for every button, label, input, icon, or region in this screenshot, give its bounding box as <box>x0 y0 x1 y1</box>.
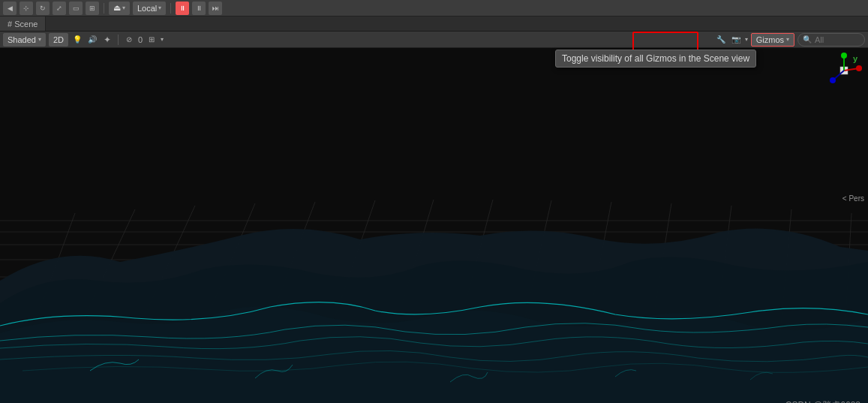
scene-tab-bar: # Scene <box>0 17 868 32</box>
watermark: CSDN @胖虎6688 <box>785 399 860 403</box>
grid-icon[interactable]: ⊞ <box>146 34 158 46</box>
toolbar-step-icon[interactable]: ⏭ <box>209 2 222 15</box>
effects-icon[interactable]: ✦ <box>101 34 113 46</box>
camera-icon[interactable]: 📷 <box>730 34 742 46</box>
toolbar-play-icon[interactable]: ⏸ <box>176 2 189 15</box>
scene-tab[interactable]: # Scene <box>0 17 46 31</box>
gizmos-label: Gizmos <box>756 35 784 44</box>
scene-toolbar-divider-1 <box>118 35 119 45</box>
scene-toolbar-right: 🔧 📷 ▾ Gizmos ▾ 🔍 <box>715 33 865 47</box>
search-input[interactable] <box>815 35 860 44</box>
hidden-icon[interactable]: ⊘ <box>123 34 135 46</box>
toolbar-local-btn[interactable]: Local ▾ <box>133 2 166 15</box>
toolbar-divider-2 <box>170 3 171 14</box>
toolbar-divider-1 <box>104 3 104 14</box>
toolbar-pivot-btn[interactable]: ⏏ ▾ <box>109 2 130 15</box>
2d-button[interactable]: 2D <box>49 33 68 47</box>
gizmo-cube-svg <box>825 52 863 89</box>
lighting-icon[interactable]: 💡 <box>71 34 83 46</box>
audio-icon[interactable]: 🔊 <box>86 34 98 46</box>
search-field[interactable]: 🔍 <box>797 33 865 47</box>
scene-toolbar-left: Shaded ▾ 2D 💡 🔊 ✦ ⊘ 0 ⊞ ▾ <box>3 33 712 47</box>
terrain-svg <box>0 48 868 403</box>
scene-viewport: y < Pers CSDN @胖虎6688 <box>0 48 868 403</box>
settings-icon[interactable]: 🔧 <box>715 34 727 46</box>
shading-arrow-icon: ▾ <box>38 36 41 43</box>
grid-arrow-icon: ▾ <box>161 36 164 43</box>
shading-dropdown[interactable]: Shaded ▾ <box>3 33 46 47</box>
toolbar-transform-icon[interactable]: ⊞ <box>86 2 99 15</box>
tooltip-text: Toggle visibility of all Gizmos in the S… <box>562 53 749 64</box>
perspective-gizmo[interactable] <box>823 52 864 112</box>
pers-label: < Pers <box>842 194 864 203</box>
toolbar-back-icon[interactable]: ◀ <box>3 2 17 15</box>
search-icon: 🔍 <box>803 35 812 44</box>
gizmos-arrow-icon: ▾ <box>786 36 789 43</box>
svg-point-27 <box>856 65 862 71</box>
toolbar-rect-icon[interactable]: ▭ <box>69 2 83 15</box>
hidden-count: 0 <box>138 35 143 44</box>
top-toolbar: ◀ ⊹ ↻ ⤢ ▭ ⊞ ⏏ ▾ Local ▾ ⏸ ⏸ ⏭ <box>0 0 868 17</box>
2d-label: 2D <box>53 35 64 44</box>
scene-toolbar: Shaded ▾ 2D 💡 🔊 ✦ ⊘ 0 ⊞ ▾ 🔧 📷 ▾ Gizmos ▾… <box>0 32 868 48</box>
toolbar-pause-icon[interactable]: ⏸ <box>192 2 206 15</box>
toolbar-rotate-icon[interactable]: ↻ <box>36 2 50 15</box>
toolbar-move-icon[interactable]: ⊹ <box>20 2 33 15</box>
shading-label: Shaded <box>8 35 36 44</box>
camera-arrow-icon: ▾ <box>745 36 748 43</box>
svg-point-31 <box>830 77 836 83</box>
gizmos-button[interactable]: Gizmos ▾ <box>751 33 794 47</box>
local-arrow-icon: ▾ <box>158 5 161 11</box>
tooltip: Toggle visibility of all Gizmos in the S… <box>555 50 756 68</box>
scene-tab-label: # Scene <box>8 20 38 29</box>
pivot-arrow-icon: ▾ <box>122 5 125 11</box>
toolbar-scale-icon[interactable]: ⤢ <box>53 2 66 15</box>
svg-point-29 <box>841 53 847 59</box>
